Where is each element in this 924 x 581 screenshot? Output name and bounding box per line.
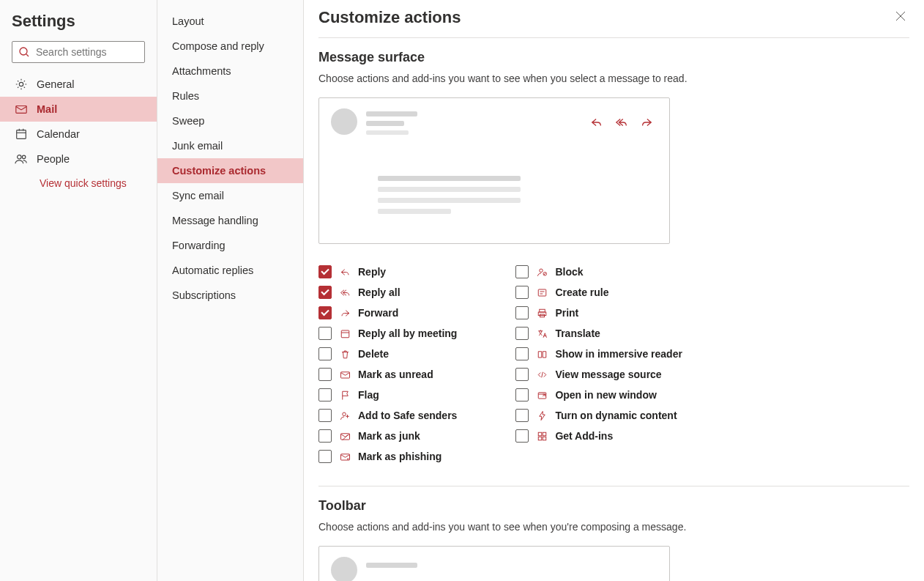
search-field[interactable] (36, 46, 138, 58)
subnav-rules[interactable]: Rules (157, 84, 303, 108)
svg-rect-29 (538, 432, 542, 436)
subnav-subscriptions[interactable]: Subscriptions (157, 283, 303, 308)
subnav-autoreplies[interactable]: Automatic replies (157, 258, 303, 283)
svg-rect-12 (341, 330, 349, 338)
action-row-rule: Create rule (515, 285, 682, 300)
action-column-right: BlockCreate rulePrintTranslateShow in im… (515, 264, 682, 464)
search-icon (18, 46, 30, 58)
svg-rect-30 (543, 432, 546, 436)
checkbox-addins[interactable] (515, 429, 529, 443)
nav-people[interactable]: People (0, 147, 157, 171)
reply-icon (590, 116, 603, 129)
dynamic-icon (536, 410, 548, 421)
checkbox-junk[interactable] (318, 429, 332, 443)
svg-point-19 (347, 458, 349, 459)
action-label: Reply all by meeting (358, 327, 457, 339)
subnav-handling[interactable]: Message handling (157, 208, 303, 233)
people-icon (15, 152, 28, 166)
nav-mail[interactable]: Mail (0, 97, 157, 122)
svg-rect-4 (17, 130, 26, 139)
action-label: Mark as junk (358, 430, 420, 442)
subnav-attachments[interactable]: Attachments (157, 59, 303, 84)
action-row-junk: Mark as junk (318, 429, 457, 443)
trash-icon (339, 348, 351, 360)
checkbox-reply[interactable] (318, 265, 332, 278)
nav-label: Mail (37, 103, 57, 115)
action-column-left: ReplyReply allForwardReply all by meetin… (318, 264, 457, 464)
subnav-customize[interactable]: Customize actions (157, 158, 303, 183)
subnav-layout[interactable]: Layout (157, 9, 303, 34)
checkbox-translate[interactable] (515, 327, 529, 340)
svg-point-20 (540, 269, 543, 273)
gear-icon (15, 78, 28, 91)
svg-point-9 (22, 155, 25, 159)
checkbox-safe[interactable] (318, 409, 332, 422)
skeleton-line (366, 130, 409, 135)
window-icon (536, 389, 548, 401)
view-quick-settings-link[interactable]: View quick settings (0, 171, 157, 195)
compose-preview-card (318, 546, 670, 581)
close-button[interactable] (892, 7, 909, 27)
skeleton-line (378, 209, 451, 214)
forward-icon (640, 116, 653, 129)
skeleton-line (366, 111, 417, 116)
action-checkbox-grid: ReplyReply allForwardReply all by meetin… (318, 264, 909, 486)
checkbox-print[interactable] (515, 306, 529, 319)
nav-general[interactable]: General (0, 72, 157, 97)
action-row-source: View message source (515, 367, 682, 382)
avatar-placeholder (331, 108, 357, 135)
checkbox-replyall[interactable] (318, 286, 332, 299)
checkbox-phish[interactable] (318, 450, 332, 463)
checkbox-unread[interactable] (318, 368, 332, 381)
checkbox-source[interactable] (515, 368, 529, 381)
action-row-reply: Reply (318, 264, 457, 279)
subnav-forwarding[interactable]: Forwarding (157, 233, 303, 258)
checkbox-forward[interactable] (318, 306, 332, 319)
checkbox-flag[interactable] (318, 388, 332, 401)
checkbox-meeting[interactable] (318, 327, 332, 340)
search-settings-input[interactable] (12, 41, 145, 63)
personblock-icon (536, 266, 548, 278)
forward-icon (339, 307, 351, 319)
svg-rect-25 (538, 312, 546, 316)
calendar-icon (15, 127, 28, 141)
action-label: Translate (555, 327, 600, 339)
action-label: Add to Safe senders (358, 410, 457, 421)
subnav-compose[interactable]: Compose and reply (157, 34, 303, 59)
action-label: Create rule (555, 286, 608, 298)
svg-point-15 (342, 412, 346, 416)
close-icon (895, 10, 906, 22)
skeleton-line (378, 176, 521, 181)
checkbox-immersive[interactable] (515, 347, 529, 360)
section-title: Toolbar (318, 498, 909, 514)
section-title: Message surface (318, 50, 909, 65)
skeleton-line (378, 198, 521, 203)
action-label: Print (555, 307, 578, 319)
settings-title: Settings (0, 7, 157, 41)
checkbox-newwin[interactable] (515, 388, 529, 401)
checkbox-rule[interactable] (515, 286, 529, 299)
section-desc: Choose actions and add-ins you want to s… (318, 521, 909, 533)
svg-rect-24 (540, 309, 545, 312)
action-row-forward: Forward (318, 306, 457, 320)
action-label: Mark as unread (358, 369, 433, 380)
skeleton-line (378, 187, 521, 192)
subnav-sync[interactable]: Sync email (157, 183, 303, 208)
nav-calendar[interactable]: Calendar (0, 122, 157, 147)
action-label: Get Add-ins (555, 430, 613, 442)
checkbox-block[interactable] (515, 265, 529, 278)
checkbox-delete[interactable] (318, 347, 332, 360)
subnav-sweep[interactable]: Sweep (157, 108, 303, 133)
mail-icon (15, 103, 28, 116)
action-label: View message source (555, 369, 661, 380)
subnav-junk[interactable]: Junk email (157, 133, 303, 158)
checkbox-dynamic[interactable] (515, 409, 529, 422)
page-title: Customize actions (318, 8, 461, 27)
replyall-icon (615, 116, 628, 129)
addins-icon (536, 430, 548, 442)
rule-icon (536, 286, 548, 298)
print-icon (536, 307, 548, 319)
action-row-delete: Delete (318, 347, 457, 361)
mailwarn-icon (339, 451, 351, 462)
svg-point-8 (18, 155, 21, 159)
